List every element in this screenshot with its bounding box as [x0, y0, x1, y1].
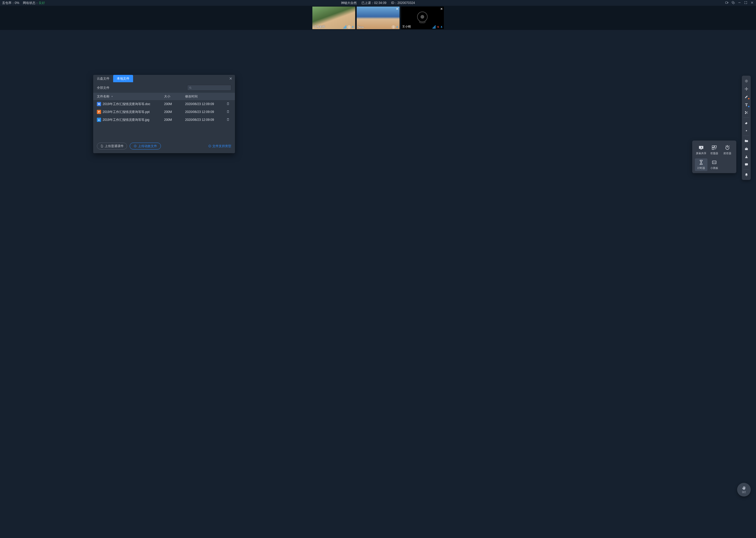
svg-point-24	[746, 164, 747, 164]
doc-file-icon: W	[97, 102, 101, 106]
top-status-bar: 丢包率：0% 网络状态：良好 神秘大自然 已上课：02:34:09 ID：202…	[0, 0, 756, 6]
svg-rect-11	[712, 148, 714, 149]
play-circle-icon	[134, 144, 137, 148]
session-id-label: ID：	[391, 1, 398, 5]
tool-screen-share[interactable]: 屏幕共享	[695, 144, 707, 156]
record-icon[interactable]	[725, 1, 729, 5]
small-board-icon: 2+3	[711, 159, 717, 165]
tile-close-icon[interactable]: ✕	[440, 7, 443, 11]
vertical-toolbar	[742, 76, 751, 180]
info-icon	[208, 144, 211, 148]
video-tile-teacher[interactable]: 叮当老师	[312, 7, 355, 29]
video-tile-student[interactable]: ✕ Nina	[357, 7, 400, 29]
answer-box-icon	[711, 145, 717, 150]
settings-icon[interactable]	[731, 1, 735, 5]
packet-loss-label: 丢包率：	[2, 1, 15, 5]
tile-close-icon[interactable]: ✕	[396, 7, 399, 11]
mic-on-icon	[396, 26, 399, 28]
svg-point-15	[746, 81, 746, 81]
mic-on-icon	[352, 26, 354, 28]
upload-animated-button[interactable]: 上传动效文件	[130, 143, 161, 149]
svg-point-2	[190, 87, 191, 88]
tool-user[interactable]	[743, 153, 750, 160]
color-indicator-dot	[748, 98, 749, 99]
tile-name: Nina	[358, 26, 364, 28]
tool-pen[interactable]	[743, 93, 750, 100]
svg-point-17	[745, 113, 746, 114]
elapsed-value: 02:34:09	[374, 1, 386, 5]
tool-scissors[interactable]	[743, 109, 750, 116]
tool-spotlight[interactable]	[743, 127, 750, 134]
tile-name: 叮当老师	[313, 25, 325, 28]
tab-local-files[interactable]: 本地文件	[113, 75, 133, 82]
packet-loss-value: 0%	[15, 1, 19, 5]
delete-icon[interactable]	[226, 118, 230, 121]
minimize-button[interactable]	[737, 1, 741, 5]
mic-muted-icon	[437, 26, 440, 28]
video-tile-student[interactable]: ✕ 王小明	[401, 7, 444, 29]
svg-rect-10	[715, 146, 716, 147]
col-size[interactable]: 大小	[164, 94, 185, 99]
timer-icon	[698, 159, 704, 165]
table-header: 文件名称▼ 大小 修改时间	[93, 93, 235, 100]
tool-move[interactable]	[743, 85, 750, 92]
document-icon	[100, 144, 103, 148]
tool-responder[interactable]: 抢答器	[721, 144, 734, 156]
supported-types-link[interactable]: 文件支持类型	[208, 144, 231, 148]
table-row[interactable]: W2019年工作汇报情况查询等等.doc 200M 2020/06/23 12:…	[93, 100, 235, 108]
search-icon	[189, 86, 192, 89]
tool-toolbox[interactable]	[743, 145, 750, 152]
color-indicator-dot	[748, 106, 749, 107]
network-status-value: 良好	[39, 1, 45, 5]
tools-popup: 屏幕共享 答题器 抢答器 计时器 2+3 小黑板	[692, 140, 736, 173]
table-row[interactable]: ▲2019年工作汇报情况查询等等.jpg 200M 2020/06/23 12:…	[93, 116, 235, 124]
svg-rect-8	[700, 149, 702, 150]
elapsed-label: 已上课：	[361, 1, 374, 5]
camera-off-icon	[417, 12, 428, 22]
maximize-button[interactable]	[744, 1, 748, 5]
ppt-file-icon: P	[97, 110, 101, 114]
tool-small-board[interactable]: 2+3 小黑板	[708, 158, 721, 171]
signal-bars-icon	[343, 25, 346, 28]
svg-rect-0	[726, 2, 728, 3]
tile-name: 王小明	[402, 25, 411, 28]
svg-point-22	[746, 164, 746, 164]
camera-on-icon	[392, 26, 395, 28]
delete-icon[interactable]	[226, 110, 230, 113]
svg-point-18	[746, 130, 747, 131]
svg-rect-19	[745, 148, 748, 150]
tool-timer[interactable]: 计时器	[695, 158, 707, 171]
delete-icon[interactable]	[226, 102, 230, 105]
tool-laser-pointer[interactable]	[743, 77, 750, 84]
tool-folder[interactable]	[743, 137, 750, 144]
search-input[interactable]	[187, 85, 231, 91]
hand-icon	[741, 486, 746, 490]
svg-text:2+3: 2+3	[713, 162, 716, 163]
tool-text[interactable]	[743, 101, 750, 108]
network-status-label: 网络状态：	[23, 1, 39, 5]
session-id-value: 2020070324	[398, 1, 415, 5]
raise-hand-count: 0/2	[742, 491, 746, 494]
tab-cloud-files[interactable]: 云盘文件	[93, 75, 113, 82]
svg-point-16	[745, 111, 746, 112]
all-files-label: 全部文件	[97, 86, 110, 90]
camera-on-icon	[348, 26, 351, 28]
tool-eraser[interactable]	[743, 119, 750, 126]
responder-icon	[725, 145, 730, 150]
svg-point-20	[746, 155, 747, 157]
video-strip: 叮当老师 ✕ Nina ✕ 王小明	[0, 6, 756, 30]
tool-bell[interactable]	[743, 171, 750, 178]
tool-answer-box[interactable]: 答题器	[708, 144, 721, 156]
col-filename[interactable]: 文件名称▼	[97, 94, 164, 99]
screen-share-icon	[698, 145, 704, 150]
col-modified[interactable]: 修改时间	[185, 94, 224, 99]
dialog-close-icon[interactable]: ✕	[229, 77, 232, 81]
close-button[interactable]	[750, 1, 754, 5]
raise-hand-button[interactable]: 0/2	[737, 483, 751, 497]
svg-rect-9	[712, 146, 714, 147]
upload-normal-button[interactable]: 上传普通课件	[97, 143, 127, 149]
file-dialog: 云盘文件 本地文件 ✕ 全部文件 文件名称▼ 大小 修改时间 W2019年工作汇…	[93, 75, 235, 153]
sort-desc-icon: ▼	[111, 95, 113, 98]
table-row[interactable]: P2019年工作汇报情况查询等等.ppt 200M 2020/06/23 12:…	[93, 108, 235, 116]
tool-chat[interactable]	[743, 161, 750, 168]
